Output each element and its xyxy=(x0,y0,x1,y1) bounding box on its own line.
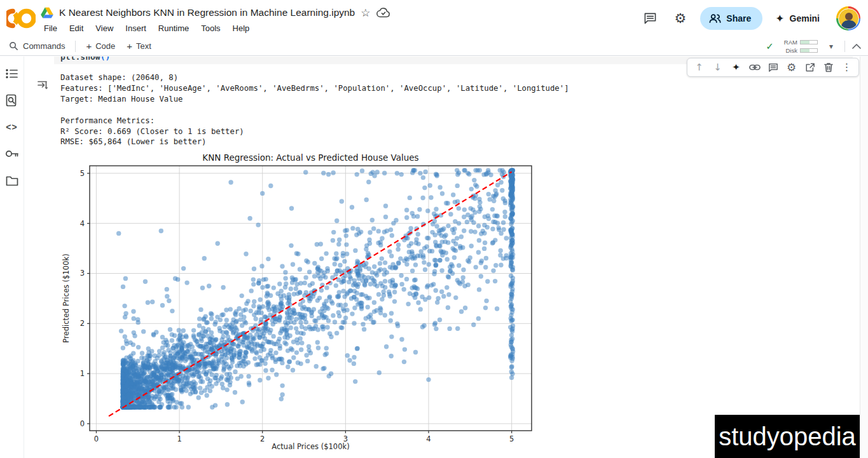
move-cell-down-icon[interactable]: ↓ xyxy=(710,60,726,75)
svg-text:4: 4 xyxy=(426,434,431,443)
plus-icon: + xyxy=(127,41,132,51)
cell-toolbar: ↑ ↓ ✦ ⚙ ⋮ xyxy=(687,58,859,77)
menu-item[interactable]: Help xyxy=(231,22,252,34)
ram-bar xyxy=(800,40,818,44)
svg-text:5: 5 xyxy=(509,434,514,443)
colab-logo[interactable] xyxy=(6,6,36,31)
cell-output-text: Dataset shape: (20640, 8)Features: ['Med… xyxy=(60,72,696,147)
collapse-chevron-icon[interactable] xyxy=(851,43,862,50)
comments-icon[interactable] xyxy=(644,12,657,25)
toolbar-divider xyxy=(844,41,845,52)
cell-settings-icon[interactable]: ⚙ xyxy=(783,60,799,75)
share-label: Share xyxy=(726,13,751,24)
settings-gear-icon[interactable]: ⚙ xyxy=(675,12,687,25)
star-icon[interactable]: ☆ xyxy=(361,8,370,18)
open-in-window-icon[interactable] xyxy=(802,60,818,75)
google-drive-icon xyxy=(41,7,53,18)
output-line: Performance Metrics: xyxy=(60,116,696,126)
ram-disk-meter[interactable]: RAM Disk xyxy=(784,39,818,54)
gemini-label: Gemini xyxy=(790,13,820,24)
output-toggle-icon[interactable] xyxy=(36,78,50,92)
menu-item[interactable]: Runtime xyxy=(156,22,191,34)
share-button[interactable]: Share xyxy=(700,7,762,30)
find-replace-icon[interactable] xyxy=(5,93,19,107)
secrets-key-icon[interactable] xyxy=(5,147,19,161)
y-axis-label: Predicted Prices ($100k) xyxy=(62,253,71,342)
output-line: RMSE: $65,864 (Lower is better) xyxy=(60,137,696,147)
svg-text:1: 1 xyxy=(80,369,85,378)
more-options-icon[interactable]: ⋮ xyxy=(839,60,855,75)
menu-item[interactable]: View xyxy=(93,22,115,34)
output-line: Features: ['MedInc', 'HouseAge', 'AveRoo… xyxy=(60,83,696,94)
svg-text:4: 4 xyxy=(80,219,85,228)
svg-text:1: 1 xyxy=(177,434,181,443)
gemini-button[interactable]: ✦ Gemini xyxy=(775,12,820,25)
output-line xyxy=(60,105,696,116)
comment-icon[interactable] xyxy=(765,60,781,75)
share-people-icon xyxy=(709,13,721,24)
delete-cell-icon[interactable] xyxy=(820,60,836,75)
svg-text:0: 0 xyxy=(94,434,99,443)
toolbar-divider xyxy=(75,41,76,52)
output-line: Dataset shape: (20640, 8) xyxy=(60,72,696,83)
menu-item[interactable]: Insert xyxy=(123,22,148,34)
data-points xyxy=(116,168,515,409)
svg-text:3: 3 xyxy=(80,269,85,278)
svg-text:0: 0 xyxy=(80,419,85,428)
colab-window: K Nearest Neighbors KNN in Regression in… xyxy=(0,0,868,458)
top-bar: K Nearest Neighbors KNN in Regression in… xyxy=(0,0,868,37)
output-line: Target: Median House Value xyxy=(60,94,696,105)
user-avatar[interactable] xyxy=(836,6,860,30)
watermark-text: studyopedia xyxy=(719,422,856,451)
scatter-plot: 012345012345KNN Regression: Actual vs Pr… xyxy=(60,152,544,457)
output-line: R² Score: 0.669 (Closer to 1 is better) xyxy=(60,126,696,137)
disk-bar xyxy=(800,48,818,53)
add-code-button[interactable]: + Code xyxy=(86,41,115,51)
svg-text:5: 5 xyxy=(80,169,85,178)
vertical-scrollbar[interactable] xyxy=(860,57,868,458)
commands-button[interactable]: Commands xyxy=(23,41,65,51)
checkmark-icon: ✓ xyxy=(766,41,774,52)
svg-text:2: 2 xyxy=(80,319,85,328)
gemini-sparkle-icon: ✦ xyxy=(775,12,784,25)
copy-link-icon[interactable] xyxy=(747,60,762,75)
code-line: plt.show() xyxy=(60,57,110,62)
notebook-toolbar: Commands + Code + Text ✓ RAM Disk ▾ xyxy=(0,37,868,56)
menu-item[interactable]: Tools xyxy=(199,22,222,34)
add-text-button[interactable]: + Text xyxy=(127,41,151,51)
table-of-contents-icon[interactable] xyxy=(5,67,19,81)
svg-text:2: 2 xyxy=(260,434,265,443)
x-axis-label: Actual Prices ($100k) xyxy=(272,442,349,451)
menu-item[interactable]: Edit xyxy=(67,22,85,34)
matplotlib-figure: 012345012345KNN Regression: Actual vs Pr… xyxy=(60,152,544,457)
plus-icon: + xyxy=(86,41,92,51)
dropdown-caret-icon[interactable]: ▾ xyxy=(829,42,833,51)
chart-title: KNN Regression: Actual vs Predicted Hous… xyxy=(202,152,418,163)
watermark-banner: studyopedia xyxy=(715,415,860,458)
cloud-saved-icon[interactable] xyxy=(376,8,390,18)
notebook-area: plt.show() ↑ ↓ ✦ ⚙ ⋮ Dataset shape: (20 xyxy=(24,57,868,458)
code-snippets-icon[interactable]: <> xyxy=(5,120,19,134)
menu-item[interactable]: File xyxy=(42,22,59,34)
gemini-sparkle-icon[interactable]: ✦ xyxy=(728,60,744,75)
menu-bar: FileEditViewInsertRuntimeToolsHelp xyxy=(42,22,251,34)
files-folder-icon[interactable] xyxy=(5,173,19,187)
notebook-title[interactable]: K Nearest Neighbors KNN in Regression in… xyxy=(59,7,355,18)
search-icon xyxy=(9,41,18,51)
left-sidebar: <> xyxy=(0,57,24,458)
